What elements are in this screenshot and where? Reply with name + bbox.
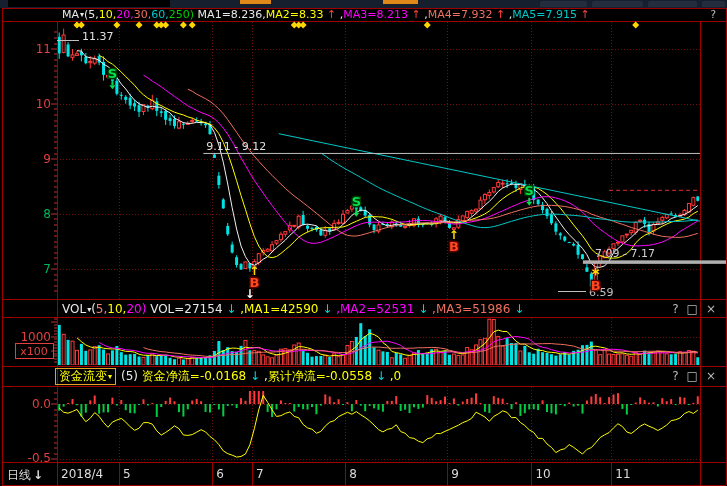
help-icon[interactable]: ? (710, 8, 724, 21)
header-segment: ↓ (246, 369, 260, 383)
header-segment: ↓ (223, 302, 237, 316)
titlebar-highlight (383, 0, 418, 4)
close-icon[interactable]: × (706, 302, 716, 316)
header-segment: ,MA1=42590 (236, 302, 318, 316)
close-icon[interactable]: × (706, 369, 716, 383)
period-down-arrow-icon: ↓ (33, 468, 43, 482)
header-segment: ↓ (372, 369, 386, 383)
header-segment: ↑ (324, 8, 337, 21)
header-segment: ↑ (492, 8, 505, 21)
indicator-name: VOL (62, 302, 86, 316)
header-segment: ,MA2=52531 (332, 302, 414, 316)
header-segment: ↓ (318, 302, 332, 316)
header-segment: ,MA3=51986 (428, 302, 510, 316)
header-segment: , (260, 369, 268, 383)
x-axis-month-label: 8 (349, 467, 357, 481)
fund-values-text: (5) 资金净流=-0.0168 ↓ ,累计净流=-0.0558 ↓ ,0 (121, 368, 401, 385)
background-tab[interactable] (592, 1, 643, 7)
header-segment: 累计净流=-0.0558 (268, 369, 372, 383)
vol-values-text: (5,10,20) VOL=27154 ↓ ,MA1=42590 ↓ ,MA2=… (91, 302, 524, 316)
header-segment: , (421, 8, 428, 21)
header-segment: ↓ (414, 302, 428, 316)
header-segment: 20) (126, 302, 146, 316)
vol-dropdown-button[interactable]: VOL▾ (62, 302, 91, 316)
background-titlebar-field (8, 0, 170, 7)
header-segment: 250) (169, 8, 194, 21)
header-segment: MA4=7.932 (428, 8, 493, 21)
header-segment: 5, (96, 302, 107, 316)
header-segment: MA5=7.915 (512, 8, 577, 21)
header-segment: ↑ (408, 8, 421, 21)
background-window-strip (0, 0, 727, 8)
volume-indicator-header: VOL▾ (5,10,20) VOL=27154 ↓ ,MA1=42590 ↓ … (3, 301, 724, 316)
ma-dropdown-button[interactable]: MA▾ (62, 8, 84, 21)
background-tab[interactable] (702, 1, 725, 7)
header-segment: 5, (88, 8, 99, 21)
x-axis-month-label: 6 (216, 467, 224, 481)
maximize-icon[interactable]: □ (687, 369, 698, 383)
header-segment: (5) (121, 369, 142, 383)
header-segment: MA1=8.236, (194, 8, 266, 21)
header-segment: ↓ (510, 302, 524, 316)
chart-canvas[interactable] (0, 0, 727, 486)
x-axis-month-label: 11 (615, 467, 630, 481)
header-segment: 10, (107, 302, 126, 316)
period-label: 日线 (7, 468, 31, 482)
x-axis-month-label: 9 (451, 467, 459, 481)
header-segment: ↑ (577, 8, 590, 21)
stock-chart-window: MA▾ (5,10,20,30,60,250) MA1=8.236,MA2=8.… (0, 0, 727, 486)
background-tab[interactable] (540, 1, 587, 7)
header-segment: 10, (99, 8, 117, 21)
header-segment: 60, (151, 8, 169, 21)
maximize-icon[interactable]: □ (687, 302, 698, 316)
header-segment: MA2=8.33 (266, 8, 324, 21)
help-icon[interactable]: ? (672, 302, 678, 316)
indicator-name: 资金流变 (59, 369, 107, 383)
fund-flow-indicator-button[interactable]: 资金流变▾ (55, 368, 116, 385)
date-axis-bar: 日线↓ 2018/4567891011 (0, 464, 727, 485)
ma-indicator-header: MA▾ (5,10,20,30,60,250) MA1=8.236,MA2=8.… (3, 8, 724, 21)
x-axis-month-label: 2018/4 (61, 467, 103, 481)
titlebar-highlight (240, 0, 271, 4)
period-selector[interactable]: 日线↓ (7, 467, 43, 484)
header-segment: MA3=8.213 (343, 8, 408, 21)
fund-flow-indicator-header: 资金流变▾ (5) 资金净流=-0.0168 ↓ ,累计净流=-0.0558 ↓… (3, 367, 724, 385)
indicator-name: MA (62, 8, 79, 21)
x-axis-month-label: 5 (123, 467, 131, 481)
help-icon[interactable]: ? (672, 369, 678, 383)
header-segment: 资金净流=-0.0168 (142, 369, 246, 383)
dropdown-arrow-icon: ▾ (108, 372, 112, 381)
header-segment: VOL=27154 (146, 302, 222, 316)
header-segment: 20, (116, 8, 134, 21)
header-segment: ,0 (386, 369, 401, 383)
header-segment: 30, (134, 8, 152, 21)
ma-values-text: (5,10,20,30,60,250) MA1=8.236,MA2=8.33 ↑… (84, 8, 590, 21)
background-tab[interactable] (648, 1, 697, 7)
x-axis-month-label: 10 (535, 467, 550, 481)
x-axis-month-label: 7 (256, 467, 264, 481)
